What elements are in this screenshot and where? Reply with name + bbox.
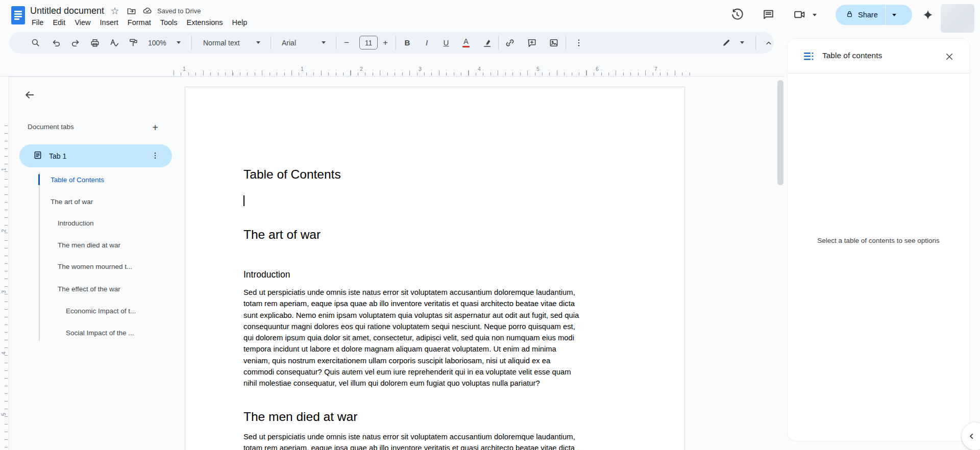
ruler-number: 4	[475, 66, 483, 72]
doc-heading-introduction: Introduction	[243, 269, 627, 280]
chevron-left-icon	[967, 431, 977, 441]
add-tab-icon[interactable]: +	[147, 119, 163, 136]
italic-button[interactable]: I	[419, 35, 435, 51]
doc-text-line: sunt explicabo. Nemo enim ipsam voluptat…	[243, 310, 627, 321]
outline-item-the-men-died-at-war[interactable]: The men died at war	[9, 239, 178, 251]
back-arrow-icon[interactable]	[20, 86, 39, 104]
font-select[interactable]: Arial	[277, 35, 331, 51]
ruler-number: 4	[1, 350, 7, 356]
outline-item-the-effect-of-the-war[interactable]: The effect of the war	[9, 283, 178, 295]
menu-tools[interactable]: Tools	[156, 17, 182, 28]
doc-text-line: commodi consequatur? Quis autem vel eum …	[243, 366, 627, 378]
menu-view[interactable]: View	[70, 17, 95, 28]
video-call-caret-icon[interactable]	[813, 14, 817, 16]
outline-item-economic-impact[interactable]: Economic Impact of t...	[9, 305, 178, 317]
paragraph-style-value: Normal text	[203, 39, 240, 47]
table-of-contents-icon	[804, 52, 815, 63]
outline-item-label: The art of war	[51, 198, 93, 206]
pen-icon	[722, 38, 731, 47]
ruler-number: 3	[1, 289, 7, 295]
add-comment-icon[interactable]	[524, 35, 540, 51]
doc-heading-the-art-of-war: The art of war	[243, 227, 627, 242]
outline-item-label: The women mourned t...	[58, 263, 132, 270]
insert-link-icon[interactable]	[502, 35, 518, 51]
menu-edit[interactable]: Edit	[48, 17, 70, 28]
tab-1-item[interactable]: Tab 1	[19, 144, 172, 167]
paragraph-style-select[interactable]: Normal text	[198, 35, 265, 51]
ruler-ticks-major	[174, 70, 694, 76]
insert-image-icon[interactable]	[546, 35, 562, 51]
vertical-ruler[interactable]: 1 2 3 4 5	[0, 77, 9, 450]
lock-icon	[846, 10, 853, 20]
menu-extensions[interactable]: Extensions	[182, 17, 228, 28]
document-tabs-title: Document tabs	[28, 123, 74, 131]
menu-insert[interactable]: Insert	[95, 17, 123, 28]
horizontal-ruler[interactable]: 1 1 2 3 4 5 6 7	[0, 55, 785, 77]
more-toolbar-options-icon[interactable]	[571, 35, 587, 51]
document-tabs-sidebar: Document tabs + Tab 1 Table of Contents …	[9, 77, 182, 450]
document-scrollbar-thumb[interactable]	[777, 80, 783, 185]
outline-item-social-impact[interactable]: Social Impact of the ...	[9, 327, 178, 339]
search-menus-icon[interactable]	[27, 35, 43, 51]
ruler-number: 1	[1, 166, 7, 172]
font-size-input[interactable]: 11	[359, 36, 378, 49]
tab-options-icon[interactable]	[150, 150, 161, 161]
outline-item-label: Economic Impact of t...	[66, 307, 136, 315]
zoom-select[interactable]: 100%	[143, 35, 186, 51]
close-panel-icon[interactable]	[943, 50, 956, 63]
menu-help[interactable]: Help	[228, 17, 252, 28]
star-icon[interactable]: ☆	[109, 5, 120, 16]
outline-item-label: Social Impact of the ...	[66, 329, 134, 337]
ruler-number: 5	[534, 66, 542, 72]
move-folder-icon[interactable]	[126, 5, 137, 16]
outline-item-table-of-contents[interactable]: Table of Contents	[9, 173, 178, 186]
tab-label: Tab 1	[49, 152, 66, 160]
spell-check-icon[interactable]	[106, 35, 122, 51]
menu-format[interactable]: Format	[123, 17, 156, 28]
outline-item-the-art-of-war[interactable]: The art of war	[9, 195, 178, 208]
share-button[interactable]: Share	[836, 5, 912, 25]
highlight-color-icon[interactable]	[479, 35, 495, 51]
undo-icon[interactable]	[48, 35, 64, 51]
gemini-icon[interactable]	[922, 9, 935, 22]
outline-item-the-women-mourned[interactable]: The women mourned t...	[9, 260, 178, 272]
panel-title: Table of contents	[822, 51, 882, 60]
ruler-ticks	[5, 126, 8, 450]
saved-to-drive-cloud-icon[interactable]	[142, 5, 153, 16]
underline-button[interactable]: U	[438, 35, 454, 51]
text-color-button[interactable]: A	[458, 35, 474, 51]
doc-heading-the-men-died-at-war: The men died at war	[243, 409, 627, 424]
document-page[interactable]: Table of Contents The art of war Introdu…	[185, 87, 685, 450]
doc-text-line: Sed ut perspiciatis unde omnis iste natu…	[243, 287, 627, 298]
increase-font-size-icon[interactable]: +	[377, 35, 394, 51]
outline-item-introduction[interactable]: Introduction	[9, 217, 178, 229]
app-header: Untitled document ☆ Saved to Drive File …	[0, 0, 980, 32]
doc-text-line: totam rem aperiam, eaque ipsa quae ab il…	[243, 442, 627, 450]
document-title[interactable]: Untitled document	[30, 6, 104, 16]
ruler-number: 2	[357, 66, 365, 72]
comments-icon[interactable]	[762, 8, 775, 21]
bold-button[interactable]: B	[399, 35, 415, 51]
tab-icon	[33, 151, 42, 162]
outline-item-label: The effect of the war	[58, 285, 120, 293]
docs-logo-icon[interactable]	[11, 6, 25, 24]
menu-file[interactable]: File	[27, 17, 48, 28]
video-call-icon[interactable]	[793, 8, 806, 21]
redo-icon[interactable]	[67, 35, 84, 51]
hide-menus-icon[interactable]	[761, 35, 777, 51]
account-avatar[interactable]	[941, 4, 974, 33]
ruler-number: 6	[593, 66, 601, 72]
doc-text-line: qui dolorem ipsum quia dolor sit amet, c…	[243, 332, 627, 343]
decrease-font-size-icon[interactable]: −	[338, 35, 355, 51]
print-icon[interactable]	[87, 35, 103, 51]
share-caret-icon[interactable]	[892, 14, 896, 16]
doc-text-line: veniam, quis nostrum exercitationem ulla…	[243, 355, 627, 366]
doc-text-line: totam rem aperiam, eaque ipsa quae ab il…	[243, 298, 627, 309]
table-of-contents-panel: Table of contents Select a table of cont…	[787, 38, 970, 441]
saved-status-text: Saved to Drive	[157, 7, 201, 15]
ruler-number: 1	[298, 66, 306, 72]
paint-format-icon[interactable]	[125, 35, 141, 51]
editing-mode-button[interactable]	[717, 35, 749, 51]
version-history-icon[interactable]	[730, 8, 744, 21]
ruler-number: 3	[416, 66, 424, 72]
